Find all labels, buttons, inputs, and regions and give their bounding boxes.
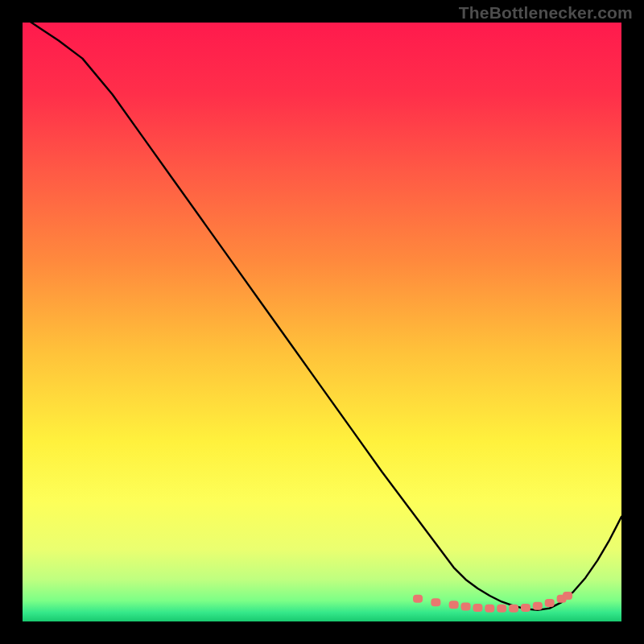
gradient-background [23, 23, 621, 621]
optimal-marker [461, 602, 471, 610]
outer-frame: TheBottlenecker.com [0, 0, 644, 644]
optimal-marker [497, 605, 506, 613]
optimal-marker [509, 605, 518, 613]
optimal-marker [485, 605, 494, 613]
optimal-marker [473, 604, 482, 612]
watermark-text: TheBottlenecker.com [459, 3, 633, 23]
optimal-marker [413, 595, 423, 603]
optimal-marker [521, 604, 530, 612]
bottleneck-chart [23, 23, 621, 621]
optimal-marker [545, 599, 555, 607]
optimal-marker [431, 598, 440, 606]
optimal-marker [449, 601, 459, 609]
optimal-marker [563, 592, 572, 600]
optimal-marker [533, 602, 543, 610]
